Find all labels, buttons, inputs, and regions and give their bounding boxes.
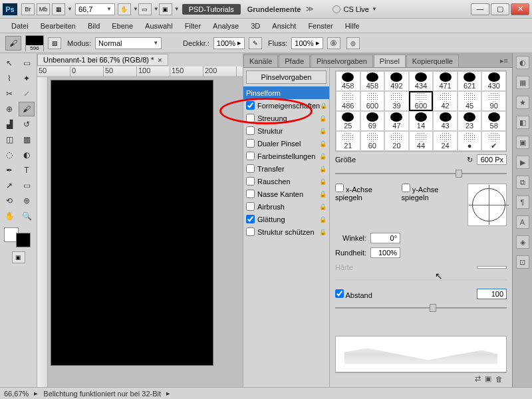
document-canvas[interactable] — [51, 80, 213, 366]
brush-thumb-1[interactable]: 458 — [360, 71, 385, 91]
lock-icon[interactable]: 🔒 — [319, 191, 327, 198]
airbrush-icon[interactable]: ⓐ — [327, 37, 340, 49]
workspace-name[interactable]: PSD-Tutorials — [182, 4, 241, 15]
brush-tool[interactable]: 🖌 — [19, 102, 35, 116]
brush-thumb-8[interactable]: 600 — [360, 91, 385, 111]
panel-menu-icon[interactable]: ▸≡ — [496, 55, 512, 67]
dock-play-icon[interactable]: ▶ — [516, 156, 529, 169]
dock-adjust-icon[interactable]: ◧ — [516, 116, 529, 129]
angle-diagram[interactable] — [467, 184, 507, 226]
menu-hilfe[interactable]: Hilfe — [339, 20, 366, 32]
lock-icon[interactable]: 🔒 — [319, 128, 327, 134]
brush-opt-10[interactable]: Glättung🔒 — [243, 213, 329, 225]
tab-pinsel[interactable]: Pinsel — [374, 55, 406, 67]
brush-thumb-7[interactable]: 486 — [336, 91, 360, 111]
menu-fenster[interactable]: Fenster — [302, 20, 338, 32]
shape-tool[interactable]: ▭ — [19, 178, 35, 193]
3d-cam-tool[interactable]: ⊛ — [19, 194, 35, 208]
brush-thumb-15[interactable]: 69 — [360, 111, 385, 131]
hand-button[interactable]: ✋ — [118, 3, 131, 15]
brush-opt-8[interactable]: Nasse Kanten🔒 — [243, 188, 329, 200]
canvas-area[interactable] — [48, 77, 243, 387]
brush-thumb-5[interactable]: 621 — [458, 71, 482, 91]
dock-para-icon[interactable]: ¶ — [516, 196, 529, 209]
brush-preview[interactable] — [25, 35, 44, 51]
brush-thumb-0[interactable]: 458 — [336, 71, 360, 91]
flip-x-checkbox[interactable]: x-Achse spiegeln — [335, 184, 396, 226]
menu-filter[interactable]: Filter — [179, 20, 207, 32]
path-tool[interactable]: ↗ — [1, 178, 17, 193]
menu-ebene[interactable]: Ebene — [106, 20, 139, 32]
marquee-tool[interactable]: ▭ — [19, 56, 35, 70]
menu-auswahl[interactable]: Auswahl — [139, 20, 179, 32]
brush-opt-7[interactable]: Rauschen🔒 — [243, 175, 329, 188]
cslive-button[interactable]: CS Live▼ — [332, 5, 376, 13]
maximize-button[interactable]: ▢ — [491, 3, 509, 15]
brush-thumb-24[interactable]: 44 — [409, 131, 434, 151]
flow-field[interactable]: 100% ▸ — [291, 37, 323, 49]
dock-mask-icon[interactable]: ▣ — [516, 136, 529, 149]
brush-thumb-16[interactable]: 47 — [384, 111, 409, 131]
type-tool[interactable]: T — [19, 163, 35, 178]
brush-thumb-23[interactable]: 20 — [384, 131, 409, 151]
heal-tool[interactable]: ⊕ — [1, 102, 17, 116]
bridge-button[interactable]: Br — [21, 3, 35, 15]
tab-kanäle[interactable]: Kanäle — [243, 55, 278, 67]
spacing-field[interactable]: 100 — [477, 289, 507, 299]
blur-tool[interactable]: ◌ — [1, 148, 17, 162]
brush-thumb-4[interactable]: 471 — [433, 71, 458, 91]
brush-opt-6[interactable]: Transfer🔒 — [243, 162, 329, 175]
trash-icon[interactable]: 🗑 — [495, 375, 503, 383]
brush-opt-2[interactable]: Streuung🔒 — [243, 112, 329, 124]
menu-3d[interactable]: 3D — [245, 20, 266, 32]
pressure-size-icon[interactable]: ◎ — [346, 37, 360, 49]
tab-pfade[interactable]: Pfade — [279, 55, 310, 67]
lock-icon[interactable]: 🔒 — [319, 115, 327, 122]
tab-pinselvorgaben[interactable]: Pinselvorgaben — [311, 55, 373, 67]
zoom-field[interactable]: 66,7▼ — [75, 3, 115, 15]
workspace-more[interactable]: ≫ — [306, 5, 314, 13]
tool-preset[interactable]: 🖌 — [5, 36, 21, 51]
lasso-tool[interactable]: ⌇ — [1, 71, 17, 86]
brush-thumb-27[interactable]: ✔ — [481, 131, 506, 151]
3d-tool[interactable]: ⟲ — [1, 194, 17, 208]
tab-kopierquelle[interactable]: Kopierquelle — [406, 55, 459, 67]
close-icon[interactable]: × — [158, 56, 162, 64]
lock-icon[interactable]: 🔒 — [319, 140, 327, 147]
menu-analyse[interactable]: Analyse — [207, 20, 245, 32]
view-extras-button[interactable]: ▦ — [52, 3, 65, 15]
gradient-tool[interactable]: ▦ — [19, 132, 35, 147]
menu-bearbeiten[interactable]: Bearbeiten — [35, 20, 82, 32]
brush-panel-toggle[interactable]: ▧ — [48, 37, 61, 49]
dock-color-icon[interactable]: ◐ — [516, 56, 529, 69]
brush-thumb-19[interactable]: 23 — [458, 111, 482, 131]
status-zoom[interactable]: 66,67% — [4, 390, 29, 398]
zoom-tool[interactable]: 🔍 — [19, 209, 35, 223]
brush-thumbnails[interactable]: 4584584924344716214304866003960042459025… — [335, 70, 507, 152]
dock-char-icon[interactable]: A — [516, 215, 529, 229]
wand-tool[interactable]: ✦ — [19, 71, 35, 86]
arrange-button[interactable]: ▭ — [138, 3, 152, 15]
brush-opt-5[interactable]: Farbeinstellungen🔒 — [243, 150, 329, 162]
stamp-tool[interactable]: ▟ — [1, 117, 17, 132]
eraser-tool[interactable]: ◫ — [1, 132, 17, 147]
new-icon[interactable]: ▣ — [485, 374, 491, 383]
brush-thumb-2[interactable]: 492 — [384, 71, 409, 91]
brush-thumb-17[interactable]: 14 — [409, 111, 434, 131]
quickmask-button[interactable]: ▣ — [12, 251, 25, 263]
menu-datei[interactable]: Datei — [5, 20, 35, 32]
dock-hist-icon[interactable]: ⧉ — [516, 176, 529, 189]
brush-opt-4[interactable]: Dualer Pinsel🔒 — [243, 137, 329, 150]
dodge-tool[interactable]: ◐ — [19, 148, 35, 162]
menu-bild[interactable]: Bild — [82, 20, 106, 32]
flip-y-checkbox[interactable]: y-Achse spiegeln — [402, 184, 463, 226]
brush-thumb-18[interactable]: 43 — [433, 111, 458, 131]
move-tool[interactable]: ↖ — [1, 56, 17, 70]
eyedropper-tool[interactable]: ⟋ — [19, 86, 35, 101]
brush-presets-button[interactable]: Pinselvorgaben — [246, 70, 327, 84]
brush-opt-1[interactable]: Formeigenschaften🔒 — [243, 99, 329, 112]
size-slider[interactable] — [335, 169, 507, 178]
dock-nav-icon[interactable]: ⊡ — [516, 255, 529, 269]
brush-opt-3[interactable]: Struktur🔒 — [243, 124, 329, 137]
minibridge-button[interactable]: Mb — [37, 3, 50, 15]
